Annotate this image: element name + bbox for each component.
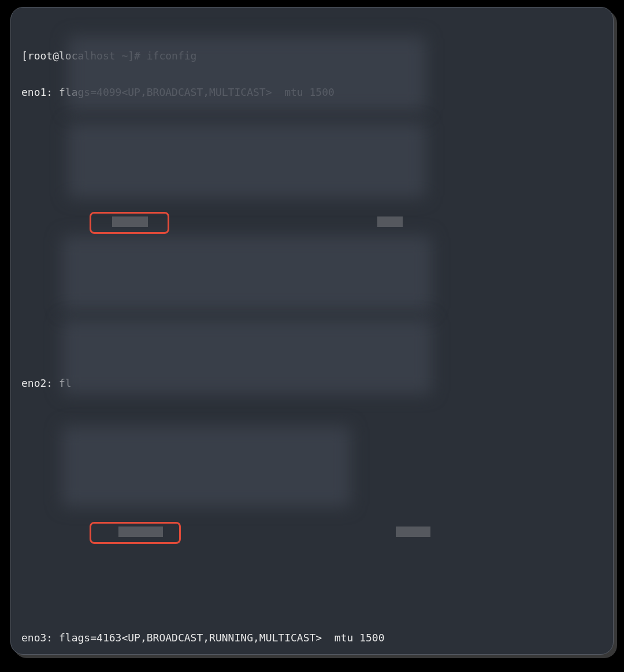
highlight-virbr0-ip (90, 522, 181, 544)
mask-virbr0-bcast (396, 527, 430, 537)
redacted-block-lo (62, 426, 351, 507)
highlight-eno3-ip (90, 212, 169, 234)
terminal-window[interactable]: [root@localhost ~]# ifconfig eno1: flags… (10, 7, 614, 655)
redacted-block-eno3 (62, 236, 432, 311)
redacted-block-eno1 (68, 36, 426, 111)
mask-eno3-bcast (377, 216, 403, 227)
eno3-header: eno3: flags=4163<UP,BROADCAST,RUNNING,MU… (21, 632, 610, 644)
redacted-block-eno2 (68, 123, 426, 198)
redacted-block-eno4 (62, 319, 432, 394)
